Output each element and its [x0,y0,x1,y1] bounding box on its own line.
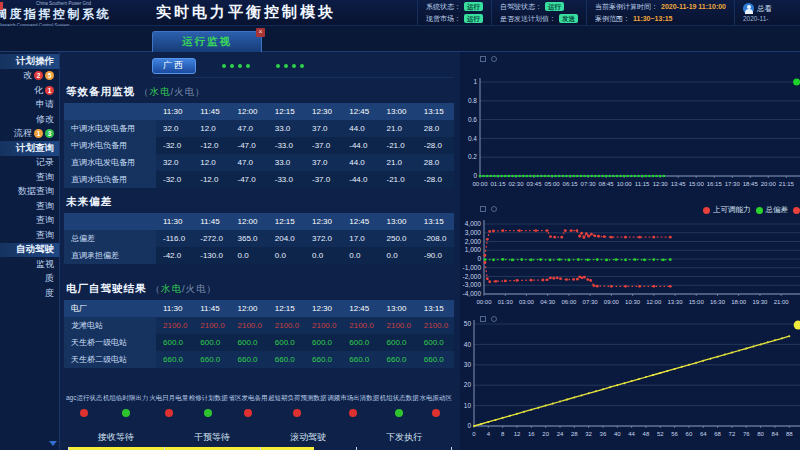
zoom-box-icon[interactable] [480,316,486,322]
svg-text:15:00: 15:00 [689,181,705,187]
svg-text:8: 8 [501,431,505,437]
sidebar-item-label: 度 [45,287,54,300]
indicator-检修计划数据: 检修计划数据 [189,394,228,417]
sidebar-item-修改[interactable]: 修改 [0,112,59,127]
indicator-label: 超短期负荷预测数据 [268,394,327,403]
sidebar-item-流程[interactable]: 流程13 [0,127,59,142]
autopilot-status-group: 自驾驶状态：运行是否发送计划值：发送 [491,0,586,25]
green-status-dot [246,64,250,68]
svg-text:52: 52 [657,431,664,437]
table-cell: 660.0 [156,351,193,368]
table-cell: 2100.0 [268,317,305,334]
tab-run-monitor[interactable]: 运行监视 × [152,31,262,52]
svg-text:10:00: 10:00 [617,181,633,187]
zoom-box-icon[interactable] [480,206,486,212]
svg-text:64: 64 [700,431,707,437]
zoom-box-icon[interactable] [480,56,486,62]
table-cell: -21.0 [380,171,417,188]
charts-column: 00.20.40.60.8100:0001:1502:3003:4505:000… [460,52,800,450]
table-cell: 2100.0 [193,317,230,334]
case-range-label: 案例范围： [595,14,630,24]
table-cell: 44.0 [342,120,379,137]
svg-text:06:00: 06:00 [561,299,577,305]
svg-text:18:00: 18:00 [731,299,747,305]
table-cell: 47.0 [231,120,268,137]
svg-text:28: 28 [571,431,578,437]
table-cell: 0.0 [305,247,342,264]
section-title-autopilot: 电厂自驾驶结果 （水电/火电） [66,282,454,296]
refresh-icon[interactable] [491,206,497,212]
indicator-label: 水电振动区 [419,394,452,403]
table-header-cell: 13:00 [380,300,417,317]
sidebar-item-计划查询[interactable]: 计划查询 [0,141,59,156]
table-cell: 660.0 [193,351,230,368]
table-cell: 600.0 [231,334,268,351]
sidebar-item-记录[interactable]: 记录 [0,156,59,171]
indicator-火电日月电量: 火电日月电量 [149,394,188,417]
status-pill: 运行 [464,14,483,23]
chart2-svg: -4,000-3,000-2,000-1,00001,0002,0003,000… [460,202,800,312]
table-row-label: 直调水电发电备用 [64,154,156,171]
table-cell: 2100.0 [342,317,379,334]
table-row-label: 天生桥一级电站 [64,334,156,351]
table-cell: 600.0 [156,334,193,351]
table-row-label: 直调水电负备用 [64,171,156,188]
chart2-legend: 上可调能力总偏差 [703,205,800,215]
indicator-label: 调频市场出清数据 [327,394,379,403]
svg-text:05:00: 05:00 [545,181,561,187]
svg-text:13:45: 13:45 [671,181,687,187]
indicator-dot [432,409,440,417]
green-status-dot [230,64,234,68]
sidebar-item-查询[interactable]: 查询 [0,199,59,214]
chart-adjust-capacity: 上可调能力总偏差 -4,000-3,000-2,000-1,00001,0002… [460,202,800,312]
sidebar-item-监视[interactable]: 监视 [0,257,59,272]
table-cell: -130.0 [193,247,230,264]
sidebar-item-数据查询[interactable]: 数据查询 [0,185,59,200]
table-cell: 37.0 [305,120,342,137]
sidebar-item-label: 记录 [36,156,54,169]
table-cell: -33.0 [268,171,305,188]
sidebar-item-申请[interactable]: 申请 [0,98,59,113]
sidebar-item-改[interactable]: 改25 [0,69,59,84]
legend-item: 上可调能力 [703,205,751,215]
dispatch-progress: 接收等待干预等待滚动驾驶下发执行 11:3011:3511:4011:4512:… [68,431,452,450]
table-cell: -272.0 [193,230,230,247]
table-header-cell: 13:15 [417,213,454,230]
tab-bar: 运行监视 × [0,26,800,52]
status-label: 自驾驶状态： [500,2,542,12]
deviation-table: 11:3011:4512:0012:1512:3012:4513:0013:15… [64,213,454,264]
status-field: 自驾驶状态：运行 [500,2,578,12]
stage-label: 接收等待 [98,431,134,444]
sidebar-item-自动驾驶[interactable]: 自动驾驶 [0,243,59,258]
table-cell: -47.0 [231,137,268,154]
table-header-cell: 电厂 [64,300,156,317]
sidebar-item-质[interactable]: 质 [0,272,59,287]
sidebar-item-度[interactable]: 度 [0,286,59,301]
refresh-icon[interactable] [491,316,497,322]
sidebar-item-查询[interactable]: 查询 [0,214,59,229]
table-cell: 21.0 [380,154,417,171]
indicator-dot [204,409,212,417]
status-field: 是否发送计划值：发送 [500,14,578,24]
table-cell: 33.0 [268,154,305,171]
table-cell: -33.0 [268,137,305,154]
table-cell: 600.0 [417,334,454,351]
tab-close-icon[interactable]: × [256,28,265,37]
sidebar-scroll-arrow-icon[interactable] [49,441,57,446]
sidebar-item-查询[interactable]: 查询 [0,228,59,243]
user-block[interactable]: 总看 2020-11- [734,0,800,25]
sidebar-item-计划操作[interactable]: 计划操作 [0,54,59,69]
svg-text:01:30: 01:30 [498,299,514,305]
sidebar-item-label: 计划查询 [16,142,54,155]
sidebar-item-查询[interactable]: 查询 [0,170,59,185]
table-cell: 2100.0 [380,317,417,334]
table-cell: -44.0 [342,171,379,188]
refresh-icon[interactable] [491,56,497,62]
indicator-agc运行状态: agc运行状态 [66,394,102,417]
sidebar-item-化[interactable]: 化1 [0,83,59,98]
app-logo: China Southern Power Grid 调度指挥控制系统 Dispa… [0,0,148,26]
sidebar-item-label: 监视 [36,258,54,271]
region-button[interactable]: 广西 [152,58,196,74]
svg-text:19:30: 19:30 [752,299,768,305]
svg-text:07:30: 07:30 [581,181,597,187]
